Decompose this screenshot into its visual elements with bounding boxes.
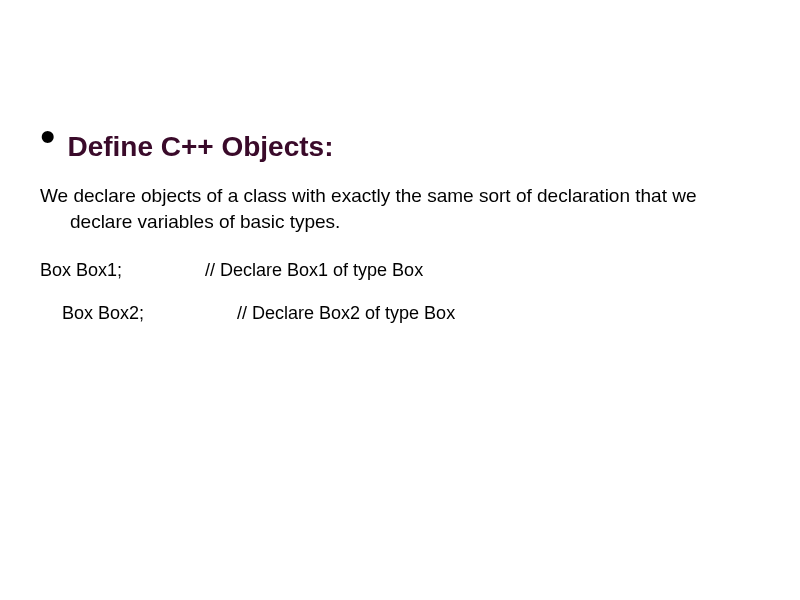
code-comment: // Declare Box2 of type Box <box>237 303 455 324</box>
bullet-icon: • <box>40 126 55 148</box>
slide-content: • Define C++ Objects: We declare objects… <box>0 0 800 386</box>
code-declaration: Box Box1; <box>40 260 200 281</box>
code-declaration: Box Box2; <box>62 303 232 324</box>
code-comment: // Declare Box1 of type Box <box>205 260 423 281</box>
code-line-1: Box Box1; // Declare Box1 of type Box <box>40 260 760 281</box>
heading-text: Define C++ Objects: <box>67 131 333 163</box>
body-paragraph: We declare objects of a class with exact… <box>40 183 760 234</box>
heading-line: • Define C++ Objects: <box>40 130 760 163</box>
code-line-2: Box Box2; // Declare Box2 of type Box <box>40 303 760 324</box>
